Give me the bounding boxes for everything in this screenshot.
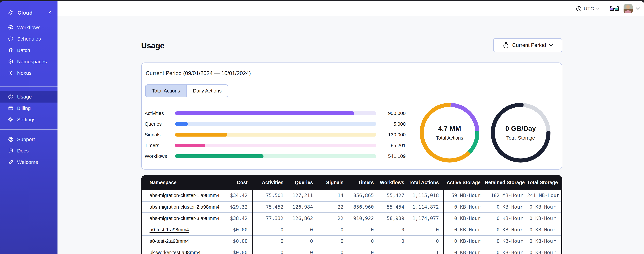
topbar-actions: UTC [576,1,640,16]
sidebar-item-namespaces[interactable]: Namespaces [0,56,58,67]
cell-activities: 75,501 [252,190,288,201]
usage-summary-card: Current Period (09/01/2024 — 10/01/2024)… [141,62,562,170]
col-header-total-storage[interactable]: Total Storage [527,175,561,190]
settings-gear-icon [8,116,14,123]
docs-book-icon [8,148,14,154]
sidebar-divider [0,86,58,87]
avatar[interactable] [624,4,632,13]
cell-timers: 910,922 [348,212,378,224]
cell-total-storage: 0 KB-Hour [527,224,561,236]
table-row: a0-test-2.a98mm4 $0.00 0 0 0 0 0 0 0 KB-… [142,236,561,247]
cell-total-storage: 0 KB-Hour [527,236,561,247]
col-header-activities[interactable]: Activities [252,175,288,190]
col-header-active-storage[interactable]: Active Storage [444,175,485,190]
billing-card-icon [8,105,14,111]
table-row: a0-test-1.a98mm4 $0.00 0 0 0 0 0 0 0 KB-… [142,224,561,236]
main-content: Usage Current Period Current Period (09/… [58,16,644,254]
col-header-cost[interactable]: Cost [221,175,252,190]
bar-fill [175,133,227,136]
cell-workflows: 55,454 [378,201,408,212]
cell-timers: 856,865 [348,190,378,201]
sidebar-item-batch[interactable]: Batch [0,44,58,56]
col-header-total-actions[interactable]: Total Actions [408,175,444,190]
clock-icon [576,6,582,12]
cell-total-actions: 1,174,077 [408,212,444,224]
sidebar-item-docs[interactable]: Docs [0,145,58,156]
sidebar-item-workflows[interactable]: Workflows [0,22,58,33]
sidebar: Cloud Workflows Schedules [0,1,58,254]
temporal-cloud-logo-icon [8,10,14,16]
namespace-link[interactable]: bk-worker-test.a98mm4 [150,250,201,254]
col-header-workflows[interactable]: Workflows [378,175,408,190]
sidebar-item-label: Welcome [17,159,38,165]
cell-cost: $29.32 [221,201,252,212]
usage-bar-chart: Activities 900,000 Queries 5,000 Signals… [142,108,406,162]
cell-active-storage: 0 KB-Hour [444,224,485,236]
sidebar-item-label: Docs [17,148,29,154]
col-header-queries[interactable]: Queries [288,175,317,190]
table-row: abs-migration-cluster-2.a98mm4 $29.32 75… [142,201,561,212]
bar-track [175,122,376,126]
bar-label: Signals [142,132,175,138]
col-header-signals[interactable]: Signals [317,175,348,190]
cell-total-actions: 1,114,872 [408,201,444,212]
sidebar-item-billing[interactable]: Billing [0,102,58,114]
namespace-link[interactable]: abs-migration-cluster-3.a98mm4 [150,216,220,221]
usage-card-title: Current Period (09/01/2024 — 10/01/2024) [146,70,251,76]
sidebar-item-support[interactable]: Support [0,134,58,145]
cell-total-actions: 0 [408,236,444,247]
namespace-link[interactable]: a0-test-1.a98mm4 [150,227,189,232]
namespace-link[interactable]: abs-migration-cluster-2.a98mm4 [150,204,220,210]
sidebar-item-settings[interactable]: Settings [0,114,58,125]
sidebar-item-label: Nexus [17,70,32,76]
cell-cost: $38.42 [221,212,252,224]
table-row: abs-migration-cluster-1.a98mm4 $34.42 75… [142,190,561,201]
workflows-icon [8,24,14,30]
namespace-link[interactable]: a0-test-2.a98mm4 [150,238,189,244]
sidebar-item-label: Namespaces [17,59,47,64]
namespace-link[interactable]: abs-migration-cluster-1.a98mm4 [150,193,220,198]
cell-timers: 856,960 [348,201,378,212]
chevron-down-icon [596,8,600,10]
col-header-timers[interactable]: Timers [348,175,378,190]
cell-retained-storage: 0 KB-Hour [485,247,527,254]
account-menu-chevron-icon[interactable] [636,7,640,10]
col-header-retained-storage[interactable]: Retained Storage [485,175,527,190]
cell-cost: $0.00 [221,247,252,254]
cell-workflows: 0 [378,236,408,247]
cell-timers: 0 [348,247,378,254]
cell-total-actions: 1 [408,247,444,254]
actions-tab-group: Total Actions Daily Actions [145,84,228,97]
col-header-namespace[interactable]: Namespace [142,175,221,190]
bar-fill [175,154,264,158]
bar-row-queries: Queries 5,000 [142,118,406,129]
cell-workflows: 1 [378,247,408,254]
cell-activities: 75,452 [252,201,288,212]
cell-active-storage: 0 KB-Hour [444,247,485,254]
namespaces-icon [8,59,14,65]
labs-glasses-icon[interactable] [610,5,619,12]
sidebar-collapse-icon[interactable] [49,10,52,15]
bar-value: 85,201 [376,143,406,148]
cell-signals: 14 [317,190,348,201]
cell-active-storage: 0 KB-Hour [444,212,485,224]
total-actions-donut: 4.7 MM Total Actions [420,102,480,163]
tab-total-actions[interactable]: Total Actions [146,85,186,97]
tab-daily-actions[interactable]: Daily Actions [186,85,228,97]
sidebar-item-usage[interactable]: Usage [0,91,58,102]
cell-signals: 0 [317,224,348,236]
cell-retained-storage: 182 MB-Hour [485,190,527,201]
bar-row-signals: Signals 130,000 [142,129,406,140]
sidebar-divider [0,129,58,130]
sidebar-item-welcome[interactable]: Welcome [0,156,58,168]
cell-signals: 22 [317,212,348,224]
sidebar-item-nexus[interactable]: Nexus [0,67,58,79]
sidebar-brand[interactable]: Cloud [0,1,58,22]
sidebar-item-schedules[interactable]: Schedules [0,33,58,44]
sidebar-item-label: Workflows [17,25,40,30]
cell-queries: 0 [288,224,317,236]
bar-label: Timers [142,143,175,148]
bar-row-workflows: Workflows 541,109 [142,151,406,162]
timezone-selector[interactable]: UTC [576,6,600,12]
period-selector-button[interactable]: Current Period [493,38,562,52]
